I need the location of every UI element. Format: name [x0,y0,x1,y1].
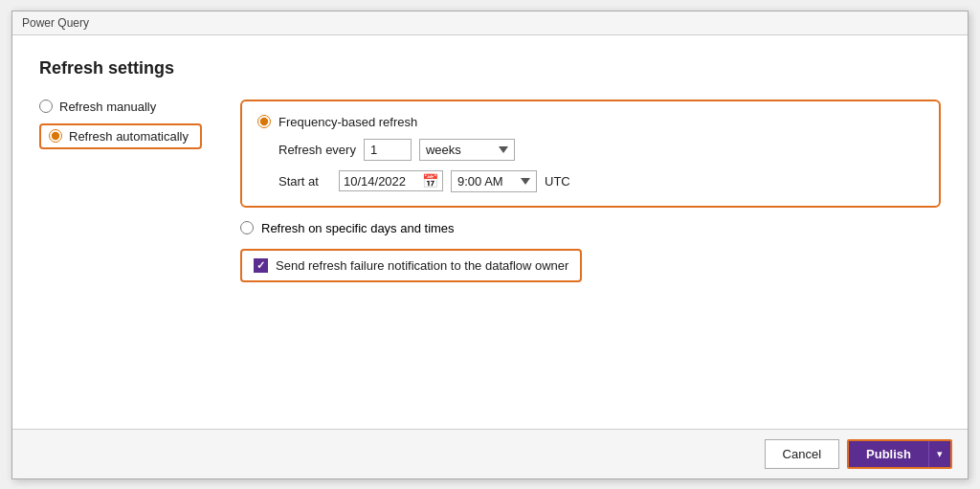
refresh-manually-label: Refresh manually [59,100,156,114]
frequency-title: Frequency-based refresh [278,115,417,129]
frequency-unit-select[interactable]: weeks days hours minutes [419,139,515,161]
refresh-manually-radio[interactable] [39,100,53,113]
start-at-label: Start at [278,174,331,189]
refresh-automatically-label: Refresh automatically [69,129,189,144]
title-bar: Power Query [12,11,968,35]
footer: Cancel Publish ▾ [12,429,968,478]
refresh-every-input[interactable] [364,139,412,161]
notification-box[interactable]: Send refresh failure notification to the… [240,249,582,282]
notification-checkbox[interactable] [254,258,268,273]
publish-button-wrapper: Publish ▾ [847,439,952,469]
right-panel: Frequency-based refresh Refresh every we… [240,100,941,406]
cancel-button[interactable]: Cancel [765,439,839,469]
content-area: Refresh settings Refresh manually Refres… [12,35,968,429]
page-title: Refresh settings [39,58,941,78]
utc-label: UTC [545,174,570,189]
publish-dropdown-arrow[interactable]: ▾ [928,441,950,467]
specific-days-label: Refresh on specific days and times [261,221,455,235]
frequency-box: Frequency-based refresh Refresh every we… [240,100,941,208]
calendar-icon: 📅 [422,173,438,189]
chevron-down-icon: ▾ [937,448,943,460]
main-area: Refresh manually Refresh automatically [39,100,941,406]
main-window: Power Query Refresh settings Refresh man… [11,11,969,479]
refresh-automatically-radio[interactable] [49,129,62,143]
refresh-manually-option[interactable]: Refresh manually [39,100,202,114]
specific-days-option[interactable]: Refresh on specific days and times [240,221,941,235]
start-at-row: Start at 📅 9:00 AM 10:00 AM 11:00 AM 12:… [257,170,924,192]
refresh-automatically-wrapper: Refresh automatically [39,123,202,149]
refresh-every-row: Refresh every weeks days hours minutes [257,139,924,161]
frequency-title-row: Frequency-based refresh [257,115,924,129]
refresh-automatically-option[interactable]: Refresh automatically [49,129,189,144]
date-input-wrapper[interactable]: 📅 [339,170,443,191]
refresh-every-label: Refresh every [278,143,356,157]
frequency-based-radio[interactable] [257,115,271,128]
window-title: Power Query [22,16,89,30]
time-select[interactable]: 9:00 AM 10:00 AM 11:00 AM 12:00 PM [451,170,537,192]
left-panel: Refresh manually Refresh automatically [39,100,202,406]
publish-button[interactable]: Publish [849,441,928,467]
date-input[interactable] [344,174,420,189]
specific-days-radio[interactable] [240,221,254,234]
notification-label: Send refresh failure notification to the… [276,258,568,273]
radio-group: Refresh manually Refresh automatically [39,100,202,149]
